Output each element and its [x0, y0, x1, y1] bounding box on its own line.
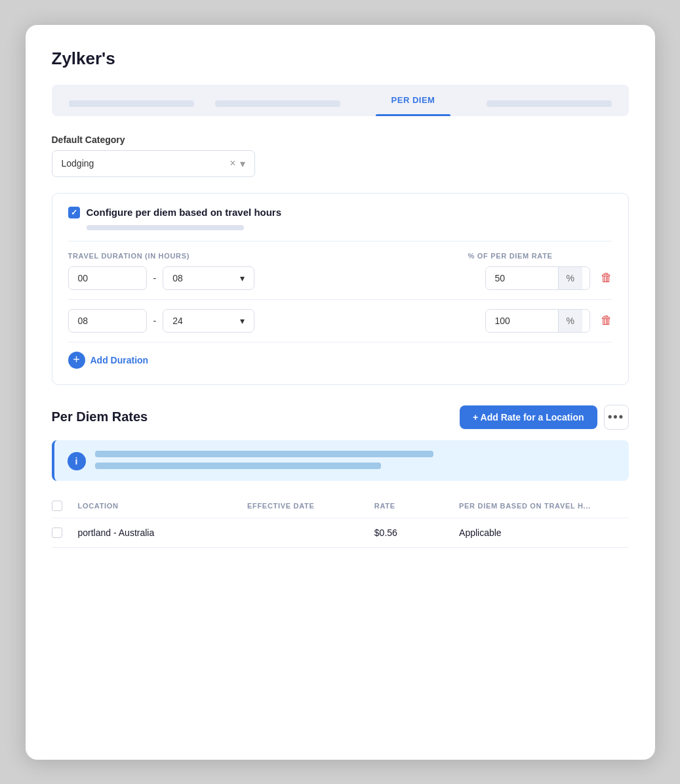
dash-2: - — [153, 316, 157, 326]
rate-input-group-1: % — [485, 266, 590, 290]
rates-table: LOCATION EFFECTIVE DATE RATE PER DIEM BA… — [52, 494, 629, 548]
rates-title: Per Diem Rates — [52, 409, 148, 424]
row-check-col — [52, 527, 78, 538]
rate-pct-2: % — [558, 310, 582, 332]
tab-placeholder-2 — [215, 100, 340, 107]
rate-value-1[interactable] — [486, 267, 558, 289]
duration-to-select-1[interactable]: 08 ▾ — [163, 266, 254, 290]
default-category-label: Default Category — [52, 134, 629, 145]
col-location-header: LOCATION — [78, 502, 247, 510]
default-category-value: Lodging — [62, 158, 94, 169]
duration-to-value-1: 08 — [172, 273, 183, 283]
cell-perdiem-1: Applicable — [459, 527, 628, 538]
select-all-checkbox[interactable] — [52, 501, 62, 511]
main-card: Zylker's PER DIEM Default Category Lodgi… — [26, 25, 655, 760]
clear-icon[interactable]: × — [230, 157, 235, 169]
rates-actions: + Add Rate for a Location ••• — [460, 405, 628, 430]
select-icons: × ▾ — [230, 157, 245, 170]
col-rate-header: RATE — [374, 502, 459, 510]
config-header: Configure per diem based on travel hours — [68, 207, 612, 218]
info-line-1 — [95, 451, 433, 457]
duration-to-arrow-2: ▾ — [240, 316, 245, 326]
info-text-lines — [95, 451, 616, 469]
info-line-2 — [95, 463, 382, 469]
tab-per-diem[interactable]: PER DIEM — [351, 85, 476, 116]
cell-location-1: portland - Australia — [78, 527, 247, 538]
duration-row-2: - 24 ▾ % 🗑 — [68, 309, 612, 342]
configure-title: Configure per diem based on travel hours — [87, 207, 282, 218]
duration-from-2[interactable] — [68, 309, 147, 333]
rate-value-2[interactable] — [486, 310, 558, 332]
tab-placeholder-1 — [69, 100, 194, 107]
delete-row-1[interactable]: 🗑 — [601, 271, 612, 285]
duration-row-1: - 08 ▾ % 🗑 — [68, 266, 612, 300]
cell-rate-1: $0.56 — [374, 527, 459, 538]
config-subtitle-bar — [87, 225, 244, 230]
add-duration-button[interactable]: + Add Duration — [68, 352, 612, 369]
duration-from-1[interactable] — [68, 266, 147, 290]
rate-pct-1: % — [558, 267, 582, 289]
table-header: LOCATION EFFECTIVE DATE RATE PER DIEM BA… — [52, 494, 629, 518]
duration-to-arrow-1: ▾ — [240, 273, 245, 283]
tab-placeholder-3 — [487, 100, 612, 107]
configure-checkbox[interactable] — [68, 207, 80, 218]
add-rate-button[interactable]: + Add Rate for a Location — [460, 405, 597, 429]
add-duration-label: Add Duration — [90, 355, 149, 365]
configure-card: Configure per diem based on travel hours… — [52, 193, 629, 385]
duration-to-value-2: 24 — [172, 316, 183, 326]
info-banner: i — [52, 440, 629, 481]
col-perdiem-header: PER DIEM BASED ON TRAVEL H... — [459, 502, 628, 510]
config-divider — [68, 241, 612, 241]
tab-bar: PER DIEM — [52, 85, 629, 116]
table-row: portland - Australia $0.56 Applicable — [52, 518, 629, 548]
dropdown-icon[interactable]: ▾ — [240, 157, 245, 170]
dash-1: - — [153, 273, 157, 283]
default-category-select[interactable]: Lodging × ▾ — [52, 150, 255, 177]
col-date-header: EFFECTIVE DATE — [247, 502, 374, 510]
add-duration-icon: + — [68, 352, 85, 369]
app-title: Zylker's — [52, 49, 629, 69]
col-header-duration: TRAVEL DURATION (IN HOURS) — [68, 252, 468, 260]
delete-row-2[interactable]: 🗑 — [601, 314, 612, 327]
col-headers: TRAVEL DURATION (IN HOURS) % OF PER DIEM… — [68, 252, 612, 260]
more-options-button[interactable]: ••• — [604, 405, 629, 430]
rates-header: Per Diem Rates + Add Rate for a Location… — [52, 405, 629, 430]
rate-input-group-2: % — [485, 309, 590, 333]
duration-to-select-2[interactable]: 24 ▾ — [163, 309, 254, 333]
col-header-rate: % OF PER DIEM RATE — [468, 252, 612, 260]
col-check-header — [52, 501, 78, 511]
info-icon: i — [68, 452, 86, 470]
row-checkbox-1[interactable] — [52, 527, 62, 538]
